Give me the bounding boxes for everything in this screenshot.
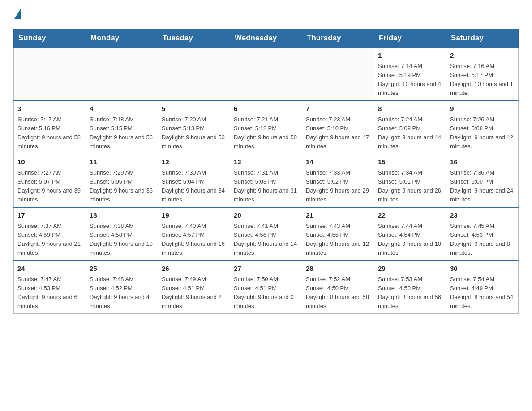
week-row-2: 3Sunrise: 7:17 AM Sunset: 5:16 PM Daylig…	[14, 101, 519, 154]
week-row-1: 1Sunrise: 7:14 AM Sunset: 5:19 PM Daylig…	[14, 47, 519, 101]
calendar-cell: 16Sunrise: 7:36 AM Sunset: 5:00 PM Dayli…	[446, 154, 519, 207]
day-number: 27	[234, 264, 298, 274]
day-number: 14	[306, 157, 370, 167]
day-info: Sunrise: 7:23 AM Sunset: 5:10 PM Dayligh…	[306, 115, 370, 151]
day-info: Sunrise: 7:31 AM Sunset: 5:03 PM Dayligh…	[234, 168, 298, 205]
calendar-cell: 19Sunrise: 7:40 AM Sunset: 4:57 PM Dayli…	[158, 207, 230, 261]
calendar-cell: 20Sunrise: 7:41 AM Sunset: 4:56 PM Dayli…	[230, 207, 302, 261]
day-number: 15	[378, 157, 442, 167]
calendar-cell: 15Sunrise: 7:34 AM Sunset: 5:01 PM Dayli…	[374, 154, 446, 207]
day-info: Sunrise: 7:53 AM Sunset: 4:50 PM Dayligh…	[378, 275, 442, 311]
calendar-cell: 4Sunrise: 7:18 AM Sunset: 5:15 PM Daylig…	[86, 101, 158, 154]
calendar-cell	[302, 47, 374, 101]
calendar-cell: 29Sunrise: 7:53 AM Sunset: 4:50 PM Dayli…	[374, 261, 446, 314]
logo-triangle-icon	[14, 9, 21, 19]
day-info: Sunrise: 7:21 AM Sunset: 5:12 PM Dayligh…	[234, 115, 298, 151]
day-info: Sunrise: 7:54 AM Sunset: 4:49 PM Dayligh…	[450, 275, 515, 311]
calendar-cell: 25Sunrise: 7:48 AM Sunset: 4:52 PM Dayli…	[86, 261, 158, 314]
day-number: 3	[17, 104, 82, 114]
day-info: Sunrise: 7:34 AM Sunset: 5:01 PM Dayligh…	[378, 168, 442, 205]
day-number: 20	[234, 210, 298, 221]
calendar-cell: 11Sunrise: 7:29 AM Sunset: 5:05 PM Dayli…	[86, 154, 158, 207]
day-number: 23	[450, 210, 515, 221]
day-info: Sunrise: 7:16 AM Sunset: 5:17 PM Dayligh…	[450, 62, 515, 98]
day-number: 5	[162, 104, 226, 114]
day-number: 13	[234, 157, 298, 167]
calendar-cell: 28Sunrise: 7:52 AM Sunset: 4:50 PM Dayli…	[302, 261, 374, 314]
week-row-5: 24Sunrise: 7:47 AM Sunset: 4:53 PM Dayli…	[14, 261, 519, 314]
day-number: 28	[306, 264, 370, 274]
day-info: Sunrise: 7:45 AM Sunset: 4:53 PM Dayligh…	[450, 222, 515, 258]
day-info: Sunrise: 7:29 AM Sunset: 5:05 PM Dayligh…	[90, 168, 154, 205]
day-info: Sunrise: 7:44 AM Sunset: 4:54 PM Dayligh…	[378, 222, 442, 258]
day-info: Sunrise: 7:52 AM Sunset: 4:50 PM Dayligh…	[306, 275, 370, 311]
day-info: Sunrise: 7:48 AM Sunset: 4:52 PM Dayligh…	[90, 275, 154, 311]
calendar-cell: 2Sunrise: 7:16 AM Sunset: 5:17 PM Daylig…	[446, 47, 519, 101]
calendar-cell	[158, 47, 230, 101]
calendar-cell: 21Sunrise: 7:43 AM Sunset: 4:55 PM Dayli…	[302, 207, 374, 261]
day-number: 22	[378, 210, 442, 221]
day-info: Sunrise: 7:24 AM Sunset: 5:09 PM Dayligh…	[378, 115, 442, 151]
calendar-cell: 1Sunrise: 7:14 AM Sunset: 5:19 PM Daylig…	[374, 47, 446, 101]
weekday-header-sunday: Sunday	[14, 29, 86, 48]
calendar-cell: 5Sunrise: 7:20 AM Sunset: 5:13 PM Daylig…	[158, 101, 230, 154]
day-number: 9	[450, 104, 515, 114]
calendar-cell	[86, 47, 158, 101]
day-number: 11	[90, 157, 154, 167]
day-info: Sunrise: 7:47 AM Sunset: 4:53 PM Dayligh…	[17, 275, 82, 311]
day-info: Sunrise: 7:50 AM Sunset: 4:51 PM Dayligh…	[234, 275, 298, 311]
day-info: Sunrise: 7:37 AM Sunset: 4:59 PM Dayligh…	[17, 222, 82, 258]
weekday-header-wednesday: Wednesday	[230, 29, 302, 48]
day-number: 12	[162, 157, 226, 167]
day-info: Sunrise: 7:43 AM Sunset: 4:55 PM Dayligh…	[306, 222, 370, 258]
day-info: Sunrise: 7:36 AM Sunset: 5:00 PM Dayligh…	[450, 168, 515, 205]
day-number: 19	[162, 210, 226, 221]
calendar-table: SundayMondayTuesdayWednesdayThursdayFrid…	[13, 29, 519, 314]
weekday-header-saturday: Saturday	[446, 29, 519, 48]
day-number: 8	[378, 104, 442, 114]
calendar-cell: 7Sunrise: 7:23 AM Sunset: 5:10 PM Daylig…	[302, 101, 374, 154]
day-number: 24	[17, 264, 82, 274]
calendar-cell: 12Sunrise: 7:30 AM Sunset: 5:04 PM Dayli…	[158, 154, 230, 207]
day-number: 7	[306, 104, 370, 114]
calendar-cell: 30Sunrise: 7:54 AM Sunset: 4:49 PM Dayli…	[446, 261, 519, 314]
calendar-cell: 3Sunrise: 7:17 AM Sunset: 5:16 PM Daylig…	[14, 101, 86, 154]
day-number: 17	[17, 210, 82, 221]
day-number: 25	[90, 264, 154, 274]
calendar-cell: 17Sunrise: 7:37 AM Sunset: 4:59 PM Dayli…	[14, 207, 86, 261]
day-info: Sunrise: 7:33 AM Sunset: 5:02 PM Dayligh…	[306, 168, 370, 205]
calendar-cell: 14Sunrise: 7:33 AM Sunset: 5:02 PM Dayli…	[302, 154, 374, 207]
calendar-cell	[230, 47, 302, 101]
calendar-cell: 10Sunrise: 7:27 AM Sunset: 5:07 PM Dayli…	[14, 154, 86, 207]
calendar-cell: 13Sunrise: 7:31 AM Sunset: 5:03 PM Dayli…	[230, 154, 302, 207]
day-number: 21	[306, 210, 370, 221]
day-number: 30	[450, 264, 515, 274]
day-number: 2	[450, 51, 515, 61]
logo	[13, 9, 21, 20]
day-info: Sunrise: 7:17 AM Sunset: 5:16 PM Dayligh…	[17, 115, 82, 151]
day-number: 1	[378, 51, 442, 61]
day-number: 18	[90, 210, 154, 221]
calendar-cell: 6Sunrise: 7:21 AM Sunset: 5:12 PM Daylig…	[230, 101, 302, 154]
day-info: Sunrise: 7:41 AM Sunset: 4:56 PM Dayligh…	[234, 222, 298, 258]
day-number: 6	[234, 104, 298, 114]
calendar-cell: 27Sunrise: 7:50 AM Sunset: 4:51 PM Dayli…	[230, 261, 302, 314]
day-info: Sunrise: 7:20 AM Sunset: 5:13 PM Dayligh…	[162, 115, 226, 151]
calendar-cell: 24Sunrise: 7:47 AM Sunset: 4:53 PM Dayli…	[14, 261, 86, 314]
day-info: Sunrise: 7:38 AM Sunset: 4:58 PM Dayligh…	[90, 222, 154, 258]
week-row-4: 17Sunrise: 7:37 AM Sunset: 4:59 PM Dayli…	[14, 207, 519, 261]
calendar-cell: 22Sunrise: 7:44 AM Sunset: 4:54 PM Dayli…	[374, 207, 446, 261]
day-info: Sunrise: 7:18 AM Sunset: 5:15 PM Dayligh…	[90, 115, 154, 151]
calendar-cell	[14, 47, 86, 101]
day-number: 4	[90, 104, 154, 114]
day-number: 16	[450, 157, 515, 167]
day-number: 26	[162, 264, 226, 274]
page-header	[13, 9, 519, 20]
day-info: Sunrise: 7:40 AM Sunset: 4:57 PM Dayligh…	[162, 222, 226, 258]
weekday-header-row: SundayMondayTuesdayWednesdayThursdayFrid…	[14, 29, 519, 48]
day-number: 10	[17, 157, 82, 167]
day-info: Sunrise: 7:49 AM Sunset: 4:51 PM Dayligh…	[162, 275, 226, 311]
weekday-header-thursday: Thursday	[302, 29, 374, 48]
calendar-cell: 26Sunrise: 7:49 AM Sunset: 4:51 PM Dayli…	[158, 261, 230, 314]
day-info: Sunrise: 7:27 AM Sunset: 5:07 PM Dayligh…	[17, 168, 82, 205]
